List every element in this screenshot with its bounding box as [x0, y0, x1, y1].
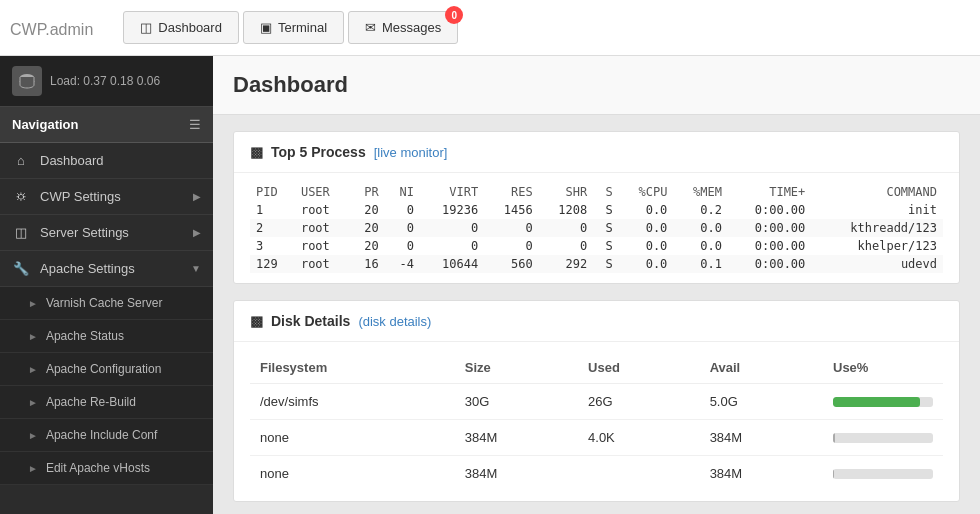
- avail-col-header: Avail: [700, 352, 823, 384]
- main-header: Dashboard: [213, 56, 980, 115]
- sidebar-item-dashboard[interactable]: ⌂ Dashboard: [0, 143, 213, 179]
- disk-section-header: ▩ Disk Details (disk details): [234, 301, 959, 342]
- sidebar-item-cwp-settings[interactable]: ⛭ CWP Settings ▶: [0, 179, 213, 215]
- process-cell: 1: [250, 201, 295, 219]
- process-cell: root: [295, 201, 350, 219]
- process-cell: 0: [385, 219, 420, 237]
- s-col-header: S: [593, 183, 619, 201]
- bullet-icon: ►: [28, 298, 38, 309]
- process-cell: 20: [349, 219, 384, 237]
- sidebar-item-apache-settings[interactable]: 🔧 Apache Settings ▼: [0, 251, 213, 287]
- process-cell: root: [295, 237, 350, 255]
- bar-chart-icon: ▩: [250, 144, 263, 160]
- process-cell: 292: [539, 255, 594, 273]
- brand-name: CWP: [10, 21, 45, 38]
- res-col-header: RES: [484, 183, 539, 201]
- terminal-icon: ▣: [260, 20, 272, 35]
- process-section: ▩ Top 5 Process [live monitor] PID USER …: [233, 131, 960, 284]
- usage-bar: [833, 469, 834, 479]
- process-cell: 1208: [539, 201, 594, 219]
- disk-cell: 4.0K: [578, 420, 700, 456]
- chevron-right-icon-3: ▼: [191, 263, 201, 274]
- disk-cell: 384M: [455, 456, 578, 492]
- process-cell: 20: [349, 237, 384, 255]
- disk-table: Filesystem Size Used Avail Use% /dev/sim…: [234, 342, 959, 501]
- bullet-icon-6: ►: [28, 463, 38, 474]
- sidebar-item-varnish-cache-server[interactable]: ► Varnish Cache Server: [0, 287, 213, 320]
- messages-button[interactable]: 0 ✉ Messages: [348, 11, 458, 44]
- process-cell: 0.0: [673, 219, 728, 237]
- brand-suffix: .admin: [45, 21, 93, 38]
- messages-badge: 0: [445, 6, 463, 24]
- process-cell: 0.2: [673, 201, 728, 219]
- disk-cell: 30G: [455, 384, 578, 420]
- bullet-icon-5: ►: [28, 430, 38, 441]
- page-title: Dashboard: [233, 72, 960, 98]
- process-cell: 16: [349, 255, 384, 273]
- process-cell: 0: [385, 201, 420, 219]
- sidebar-item-edit-apache-vhosts[interactable]: ► Edit Apache vHosts: [0, 452, 213, 485]
- disk-section: ▩ Disk Details (disk details) Filesystem…: [233, 300, 960, 502]
- process-cell: 560: [484, 255, 539, 273]
- apache-settings-label: Apache Settings: [40, 261, 135, 276]
- load-text: Load: 0.37 0.18 0.06: [50, 74, 160, 88]
- edit-vhosts-label: Edit Apache vHosts: [46, 461, 150, 475]
- main-content: Dashboard ▩ Top 5 Process [live monitor]…: [213, 56, 980, 514]
- sidebar-item-apache-rebuild[interactable]: ► Apache Re-Build: [0, 386, 213, 419]
- fs-col-header: Filesystem: [250, 352, 455, 384]
- varnish-label: Varnish Cache Server: [46, 296, 163, 310]
- topbar: CWP.admin ◫ Dashboard ▣ Terminal 0 ✉ Mes…: [0, 0, 980, 56]
- apache-rebuild-label: Apache Re-Build: [46, 395, 136, 409]
- process-cell: 10644: [420, 255, 484, 273]
- apache-include-label: Apache Include Conf: [46, 428, 157, 442]
- process-cell: 1456: [484, 201, 539, 219]
- apache-status-label: Apache Status: [46, 329, 124, 343]
- sidebar-item-apache-include-conf[interactable]: ► Apache Include Conf: [0, 419, 213, 452]
- dashboard-button[interactable]: ◫ Dashboard: [123, 11, 239, 44]
- process-cell: 0.0: [619, 219, 674, 237]
- sidebar-item-apache-status[interactable]: ► Apache Status: [0, 320, 213, 353]
- process-cell: S: [593, 201, 619, 219]
- disk-cell: 384M: [700, 456, 823, 492]
- process-cell: init: [811, 201, 943, 219]
- usage-bar-cell: [823, 456, 943, 492]
- disk-cell: 384M: [455, 420, 578, 456]
- process-cell: 0: [539, 237, 594, 255]
- top-navigation: ◫ Dashboard ▣ Terminal 0 ✉ Messages: [123, 11, 458, 44]
- user-col-header: USER: [295, 183, 350, 201]
- process-cell: 3: [250, 237, 295, 255]
- dashboard-nav-label: Dashboard: [40, 153, 104, 168]
- usage-bar-wrap: [833, 397, 933, 407]
- process-cell: S: [593, 237, 619, 255]
- sidebar-item-server-settings[interactable]: ◫ Server Settings ▶: [0, 215, 213, 251]
- process-cell: 0:00.00: [728, 237, 811, 255]
- process-cell: 0.0: [619, 255, 674, 273]
- live-monitor-link[interactable]: [live monitor]: [374, 145, 448, 160]
- main-layout: Load: 0.37 0.18 0.06 Navigation ☰ ⌂ Dash…: [0, 56, 980, 514]
- dashboard-label: Dashboard: [158, 20, 222, 35]
- cwp-settings-label: CWP Settings: [40, 189, 121, 204]
- table-row: 2root200000S0.00.00:00.00kthreadd/123: [250, 219, 943, 237]
- disk-cell: 26G: [578, 384, 700, 420]
- nav-header-label: Navigation: [12, 117, 78, 132]
- table-row: 129root16-410644560292S0.00.10:00.00udev…: [250, 255, 943, 273]
- process-cell: 0.0: [673, 237, 728, 255]
- sidebar-item-apache-configuration[interactable]: ► Apache Configuration: [0, 353, 213, 386]
- usage-bar-wrap: [833, 433, 933, 443]
- process-cell: kthreadd/123: [811, 219, 943, 237]
- server-settings-label: Server Settings: [40, 225, 129, 240]
- process-cell: 0: [385, 237, 420, 255]
- monitor-icon: ◫: [140, 20, 152, 35]
- process-cell: root: [295, 255, 350, 273]
- usage-bar: [833, 433, 835, 443]
- process-cell: S: [593, 255, 619, 273]
- disk-details-link[interactable]: (disk details): [358, 314, 431, 329]
- process-cell: root: [295, 219, 350, 237]
- disk-cell: none: [250, 456, 455, 492]
- table-row: 3root200000S0.00.00:00.00khelper/123: [250, 237, 943, 255]
- disk-cell: 384M: [700, 420, 823, 456]
- terminal-button[interactable]: ▣ Terminal: [243, 11, 344, 44]
- virt-col-header: VIRT: [420, 183, 484, 201]
- process-cell: -4: [385, 255, 420, 273]
- chevron-right-icon-2: ▶: [193, 227, 201, 238]
